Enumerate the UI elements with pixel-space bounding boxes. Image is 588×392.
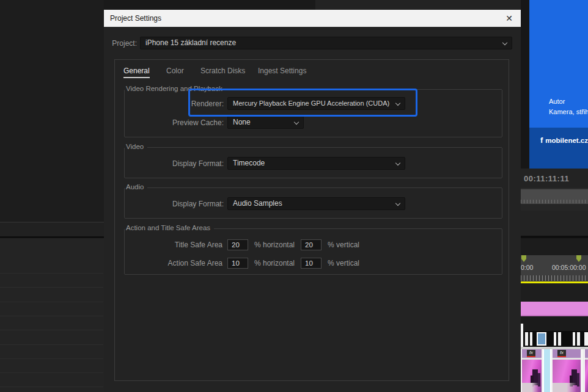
tab-general[interactable]: General	[123, 67, 150, 75]
timeline-marker-icon[interactable]	[576, 255, 581, 262]
video-display-format-label: Display Format:	[132, 159, 224, 168]
clip-header: fx	[522, 349, 542, 358]
clip-fragment[interactable]	[525, 332, 528, 346]
video-display-format-dropdown[interactable]: Timecode	[227, 157, 405, 170]
chevron-down-icon	[294, 120, 299, 125]
track-clip-pink[interactable]	[521, 302, 588, 316]
background-strip-left	[104, 0, 315, 10]
credit-line-1: Autor	[549, 98, 565, 105]
clip-fragment[interactable]	[521, 324, 523, 347]
title-safe-area-label: Title Safe Area	[125, 241, 222, 249]
project-dropdown[interactable]: iPhone 15 základní recenze	[140, 37, 512, 49]
timecode-display[interactable]: 00:11:11:11	[521, 169, 588, 188]
project-label: Project:	[104, 39, 137, 48]
group-title: Video Rendering and Playback	[125, 85, 226, 92]
audio-track-clips[interactable]	[521, 331, 588, 347]
chevron-down-icon	[395, 161, 400, 165]
background-strip-right	[315, 0, 521, 10]
timeline-band	[521, 238, 588, 255]
chevron-down-icon	[502, 40, 507, 45]
timeline-band	[521, 204, 588, 211]
group-title: Video	[125, 143, 147, 150]
timeline-band	[521, 316, 588, 331]
group-video-rendering: Video Rendering and Playback	[124, 89, 502, 137]
credit-line-2: Kamera, střih	[549, 108, 588, 115]
dialog-title: Project Settings	[110, 10, 161, 27]
clip-thumbnail	[553, 360, 581, 392]
clip-fragment-selected[interactable]	[537, 332, 546, 346]
clip-fragment[interactable]	[584, 332, 588, 346]
title-safe-vertical-input[interactable]: 20	[301, 239, 322, 250]
video-clip[interactable]	[584, 349, 588, 392]
tab-ingest-settings[interactable]: Ingest Settings	[258, 67, 306, 75]
title-safe-horizontal-input[interactable]: 20	[227, 239, 248, 250]
social-handle-text: mobilenet.cz	[545, 137, 588, 144]
close-icon[interactable]: ✕	[502, 10, 516, 27]
clip-fragment[interactable]	[573, 332, 575, 346]
bin-rows	[0, 273, 103, 392]
clip-thumbnail	[522, 360, 542, 392]
clip-fragment[interactable]	[558, 332, 561, 346]
clip-fill	[538, 333, 545, 344]
project-value: iPhone 15 základní recenze	[145, 38, 236, 47]
fx-badge: fx	[557, 350, 566, 357]
clip-fragment[interactable]	[530, 332, 532, 346]
group-title: Audio	[125, 183, 147, 191]
video-track-clips[interactable]: fx fx	[521, 349, 588, 392]
timecode-value[interactable]: 00:11:11:11	[524, 174, 569, 183]
renderer-label: Renderer:	[132, 100, 224, 108]
ruler-label-start: 0:00	[521, 264, 533, 271]
timeline-band	[521, 211, 588, 236]
facebook-icon: f	[540, 136, 543, 145]
audio-display-format-label: Display Format:	[132, 200, 224, 208]
active-tab-underline	[123, 77, 150, 78]
preview-cache-dropdown[interactable]: None	[227, 116, 304, 129]
preview-cache-label: Preview Cache:	[132, 118, 224, 127]
vertical-suffix: % vertical	[328, 259, 359, 267]
action-safe-area-label: Action Safe Area	[125, 259, 222, 267]
dialog-header: Project Settings ✕	[104, 10, 521, 27]
panel-gutter	[521, 0, 529, 169]
clip-fragment[interactable]	[554, 332, 556, 346]
action-safe-horizontal-input[interactable]: 10	[227, 258, 248, 269]
action-safe-vertical-input[interactable]: 10	[301, 258, 322, 269]
ruler-ticks	[521, 200, 588, 203]
horizontal-suffix: % horizontal	[254, 241, 295, 249]
video-clip[interactable]: fx	[551, 349, 582, 392]
video-clip[interactable]: fx	[521, 349, 543, 392]
program-monitor: Autor Kamera, střih fmobilenet.cz	[529, 0, 588, 169]
renderer-value: Mercury Playback Engine GPU Acceleration…	[233, 100, 389, 107]
clip-header: fx	[553, 349, 581, 358]
timeline-marker-icon[interactable]	[521, 255, 526, 262]
ruler-label-mid: 00:05:00:00	[552, 264, 586, 271]
tab-scratch-disks[interactable]: Scratch Disks	[200, 67, 245, 75]
fx-badge: fx	[527, 350, 535, 357]
project-bin-panel	[0, 0, 104, 392]
video-frame-bottom	[529, 128, 588, 169]
renderer-dropdown[interactable]: Mercury Playback Engine GPU Acceleration…	[227, 97, 405, 110]
vertical-suffix: % vertical	[328, 241, 359, 249]
audio-display-format-value: Audio Samples	[233, 199, 282, 208]
source-ruler[interactable]	[521, 189, 588, 204]
timeline-panel: 00:11:11:11 0:00 00:05:00:00 fx	[521, 169, 588, 392]
audio-display-format-dropdown[interactable]: Audio Samples	[227, 197, 405, 210]
timeline-band	[521, 283, 588, 302]
video-display-format-value: Timecode	[233, 159, 265, 167]
clip-fragment[interactable]	[577, 332, 580, 346]
horizontal-suffix: % horizontal	[254, 259, 295, 267]
preview-cache-value: None	[233, 118, 251, 126]
group-title: Action and Title Safe Areas	[125, 224, 214, 231]
chevron-down-icon	[395, 201, 400, 206]
sequence-ruler[interactable]: 0:00 00:05:00:00	[521, 255, 588, 283]
panel-band	[0, 223, 104, 236]
ruler-ticks	[521, 275, 588, 281]
clip-transition[interactable]	[543, 349, 551, 392]
tab-color[interactable]: Color	[166, 67, 184, 75]
chevron-down-icon	[395, 101, 400, 106]
social-handle: fmobilenet.cz	[540, 136, 588, 145]
project-settings-dialog: Project Settings ✕ Project: iPhone 15 zá…	[104, 10, 521, 392]
